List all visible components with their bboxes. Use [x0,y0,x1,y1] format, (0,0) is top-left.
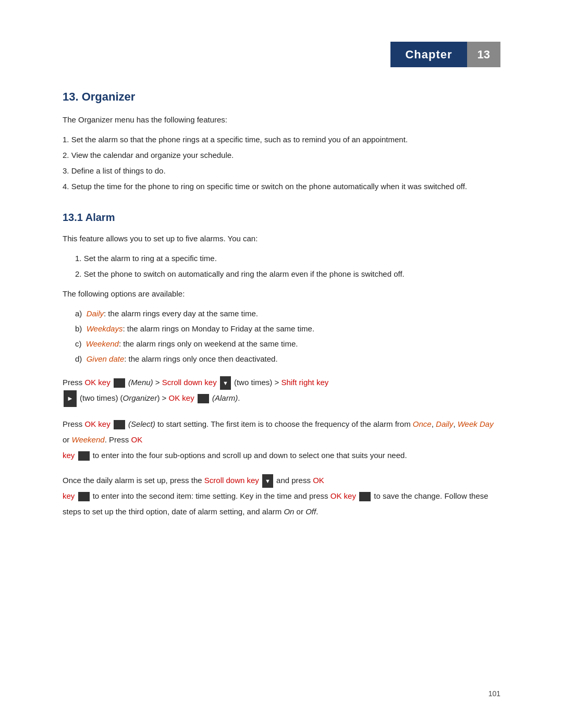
chapter-label-box: Chapter 13 [390,42,500,67]
option-term: Given date [87,354,125,363]
press1-twotimes2: (two times) ( [80,393,123,402]
page: Chapter 13 13. Organizer The Organizer m… [0,0,563,728]
press2-text3: to enter into the four sub-options and s… [93,451,407,460]
press1-arrow1: > [153,378,162,387]
option-desc: : the alarm rings on Monday to Friday at… [123,324,314,333]
press3-ok2: OK key [331,491,356,500]
subsection-title: 13.1 Alarm [63,209,500,225]
can-items-list: Set the alarm to ring at a specific time… [75,252,500,280]
section-intro: The Organizer menu has the following fea… [63,114,500,126]
press1-arrow2: ) > [157,393,168,402]
press2-weekday: Week Day [458,419,494,428]
press-line-1: Press OK key (Menu) > Scroll down key ▼ … [63,375,500,407]
press1-period: . [238,393,240,402]
press3-end: . [316,507,318,516]
press1-twotimes1: (two times) > [234,378,281,387]
press1-organizer: Organizer [123,393,157,402]
list-item: View the calendar and organize your sche… [63,149,500,162]
list-item: Set the phone to switch on automatically… [75,268,500,280]
press-line-2: Press OK key (Select) to start setting. … [63,416,500,463]
list-item: b) Weekdays: the alarm rings on Monday t… [75,323,500,335]
press2-daily: Daily [436,419,453,428]
press2-or: or [63,435,72,444]
list-item: Setup the time for the phone to ring on … [63,180,500,193]
list-item: d) Given date: the alarm rings only once… [75,353,500,365]
ok-key-icon-2 [198,394,209,403]
press3-text5: or [294,507,305,516]
press1-menu: (Menu) [128,378,153,387]
press2-comma1: , [432,419,436,428]
option-desc: : the alarm rings only on weekend at the… [119,339,298,348]
press2-comma2: , [453,419,457,428]
option-desc: : the alarm rings every day at the same … [104,309,258,318]
ok-key-icon-5 [78,492,90,501]
press1-shiftkey: Shift right key [281,378,328,387]
chapter-label: Chapter [390,42,467,67]
press3-on: On [284,507,294,516]
list-item: Set the alarm so that the phone rings at… [63,133,500,146]
option-term: Weekdays [87,324,123,333]
ok-key-icon-4 [78,451,90,461]
ok-key-icon-1 [114,378,125,388]
press1-ok2: OK key [169,393,194,402]
option-term: Daily [87,309,104,318]
press2-ok: OK key [85,419,111,428]
list-item: Set the alarm to ring at a specific time… [75,252,500,265]
section-title: 13. Organizer [63,88,500,105]
press1-before: Press [63,378,85,387]
option-desc: : the alarm rings only once then deactiv… [124,354,277,363]
chapter-header: Chapter 13 [63,42,500,67]
list-item: a) Daily: the alarm rings every day at t… [75,307,500,320]
ok-key-icon-6 [359,492,371,501]
press3-text3: to enter into the second item: time sett… [93,491,331,500]
press3-text1: Once the daily alarm is set up, press th… [63,476,204,485]
press-line-3: Once the daily alarm is set up, press th… [63,473,500,520]
press3-scrollkey: Scroll down key [204,476,259,485]
subsection-intro: This feature allows you to set up to fiv… [63,232,500,245]
list-item: Define a list of things to do. [63,165,500,177]
option-term: Weekend [86,339,119,348]
options-label: The following options are available: [63,288,500,300]
press2-text2: . Press [105,435,131,444]
section-features-list: Set the alarm so that the phone rings at… [63,133,500,193]
shift-right-icon: ► [64,390,77,407]
press2-select: (Select) [128,419,155,428]
press2-once: Once [413,419,432,428]
scroll-down-icon-1: ▼ [220,376,231,390]
press3-text2: and press [276,476,313,485]
press2-weekend: Weekend [72,435,105,444]
press3-off: Off [305,507,316,516]
press2-text1: to start setting. The first item is to c… [155,419,413,428]
ok-key-icon-3 [114,420,125,429]
chapter-number: 13 [467,42,500,67]
page-number: 101 [488,688,500,699]
press2-before: Press [63,419,85,428]
press1-scrollkey: Scroll down key [162,378,217,387]
options-list: a) Daily: the alarm rings every day at t… [75,307,500,365]
list-item: c) Weekend: the alarm rings only on week… [75,338,500,350]
scroll-down-icon-2: ▼ [262,474,273,488]
press1-alarm: (Alarm) [212,393,238,402]
press1-okkey: OK key [85,378,111,387]
